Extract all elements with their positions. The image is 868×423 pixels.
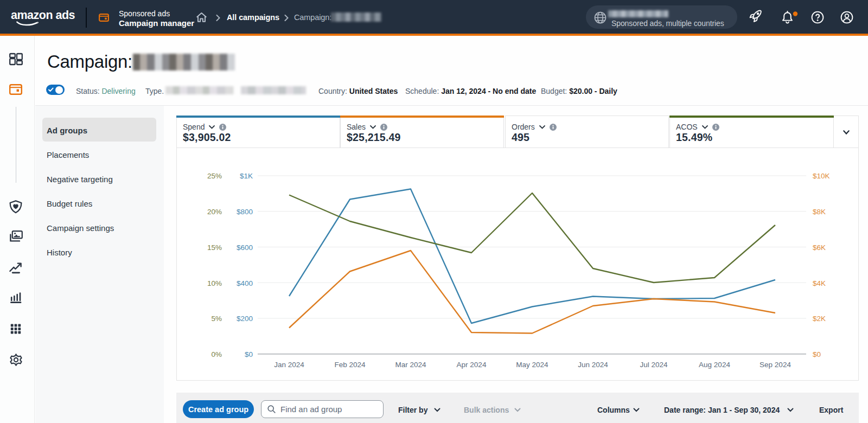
svg-text:10%: 10% [207, 279, 222, 287]
svg-text:$2K: $2K [813, 315, 826, 323]
svg-text:$6K: $6K [813, 243, 826, 252]
svg-text:Jun 2024: Jun 2024 [578, 361, 608, 369]
svg-text:$0: $0 [245, 350, 253, 358]
svg-text:$4K: $4K [813, 279, 826, 287]
svg-text:Feb 2024: Feb 2024 [334, 361, 366, 369]
svg-text:Sep 2024: Sep 2024 [760, 361, 791, 369]
svg-text:$1K: $1K [240, 172, 253, 180]
svg-text:Jan 2024: Jan 2024 [274, 361, 304, 369]
svg-text:5%: 5% [211, 315, 222, 323]
svg-text:$200: $200 [237, 315, 253, 323]
svg-text:Aug 2024: Aug 2024 [699, 361, 730, 369]
svg-text:0%: 0% [211, 350, 222, 358]
svg-text:$10K: $10K [813, 172, 830, 180]
svg-text:$0: $0 [813, 350, 821, 358]
svg-text:$600: $600 [237, 243, 253, 252]
svg-text:Mar 2024: Mar 2024 [395, 361, 426, 369]
svg-text:15%: 15% [207, 243, 222, 252]
svg-text:$8K: $8K [813, 208, 826, 216]
svg-text:20%: 20% [207, 208, 222, 216]
svg-text:$800: $800 [237, 208, 253, 216]
svg-text:Jul 2024: Jul 2024 [640, 361, 668, 369]
svg-text:$400: $400 [237, 279, 253, 287]
svg-text:25%: 25% [207, 172, 222, 180]
svg-text:Apr 2024: Apr 2024 [457, 361, 487, 369]
svg-text:May 2024: May 2024 [516, 361, 548, 369]
